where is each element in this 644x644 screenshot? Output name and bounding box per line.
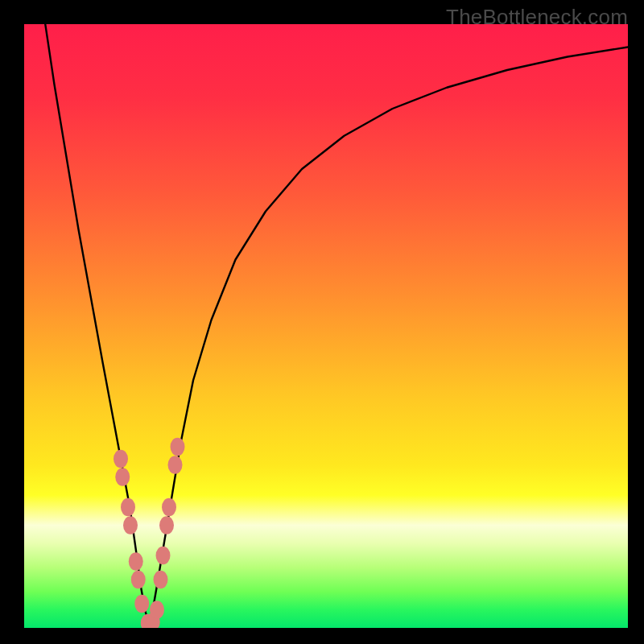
chart-frame: TheBottleneck.com xyxy=(0,0,644,644)
curve-marker xyxy=(115,468,130,486)
watermark-text: TheBottleneck.com xyxy=(446,5,628,30)
curve-marker xyxy=(159,516,174,535)
chart-svg xyxy=(24,24,628,628)
curve-marker xyxy=(168,456,183,474)
curve-marker xyxy=(123,516,138,535)
curve-marker xyxy=(154,571,168,589)
curve-marker xyxy=(171,438,185,456)
curve-marker xyxy=(129,552,143,571)
curve-marker xyxy=(134,595,149,613)
curve-marker xyxy=(114,450,128,469)
curve-marker xyxy=(131,571,146,589)
bottleneck-curve xyxy=(45,24,628,625)
curve-marker xyxy=(121,498,135,517)
curve-marker xyxy=(150,601,164,619)
plot-area xyxy=(24,24,628,628)
curve-marker xyxy=(162,498,176,517)
curve-markers xyxy=(114,438,185,628)
curve-marker xyxy=(156,547,171,565)
